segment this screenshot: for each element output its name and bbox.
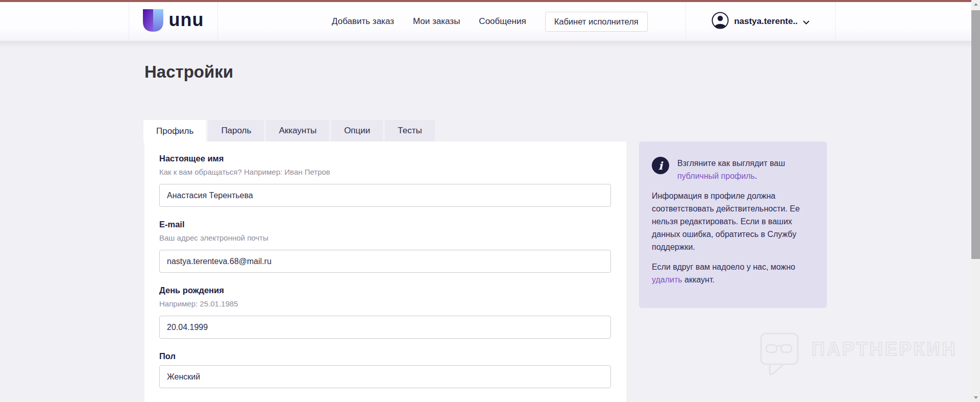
field-gender: Пол [159, 351, 626, 388]
scrollbar-thumb[interactable] [971, 10, 980, 259]
logo[interactable]: unu [129, 2, 218, 41]
scrollbar-down-button[interactable] [971, 393, 980, 402]
field-real-name: Настоящее имя Как к вам обращаться? Напр… [159, 154, 626, 207]
profile-form-card: Настоящее имя Как к вам обращаться? Напр… [144, 141, 626, 402]
executor-cabinet-button[interactable]: Кабинет исполнителя [545, 12, 648, 32]
nav-my-orders[interactable]: Мои заказы [413, 16, 460, 27]
birthday-label: День рождения [159, 286, 626, 295]
main-nav: Добавить заказ Мои заказы Сообщения Каби… [332, 2, 648, 41]
tab-profile[interactable]: Профиль [143, 120, 206, 143]
settings-tabs: Профиль Пароль Аккаунты Опции Тесты [143, 120, 435, 143]
gender-input[interactable] [159, 365, 611, 388]
scrollbar-up-button[interactable] [971, 0, 980, 9]
user-name: nastya.terente.. [734, 16, 798, 27]
real-name-label: Настоящее имя [159, 154, 626, 163]
info-intro: Взгляните как выглядит ваш публичный про… [677, 157, 805, 182]
nav-messages[interactable]: Сообщения [479, 16, 526, 27]
partnerkin-watermark: ПАРТНЕРКИН [760, 332, 957, 379]
field-email: E-mail Ваш адрес электронной почты [159, 220, 626, 273]
page-title: Настройки [144, 62, 233, 82]
field-birthday: День рождения Например: 25.01.1985 [159, 286, 626, 339]
unu-logo-icon [143, 9, 163, 34]
tab-accounts[interactable]: Аккаунты [266, 120, 329, 141]
chevron-down-icon [803, 17, 810, 27]
email-label: E-mail [159, 220, 626, 229]
watermark-text: ПАРТНЕРКИН [812, 339, 957, 360]
arrow-up-icon [974, 3, 978, 6]
delete-account-link[interactable]: удалить [652, 275, 682, 284]
tab-tests[interactable]: Тесты [385, 120, 434, 141]
info-paragraph-rules: Информация в профиле должна соответствов… [652, 190, 815, 253]
info-paragraph-delete: Если вдруг вам надоело у нас, можно удал… [652, 261, 815, 286]
user-avatar-icon [712, 12, 729, 31]
site-header: unu Добавить заказ Мои заказы Сообщения … [0, 2, 971, 41]
email-input[interactable] [159, 250, 611, 273]
scrollbar[interactable] [971, 0, 980, 402]
info-box-header: i Взгляните как выглядит ваш публичный п… [652, 157, 815, 182]
arrow-down-icon [974, 396, 978, 399]
user-menu[interactable]: nastya.terente.. [685, 2, 836, 41]
birthday-input[interactable] [159, 316, 611, 339]
birthday-hint: Например: 25.01.1985 [159, 299, 626, 308]
info-icon: i [652, 157, 669, 174]
info-box: i Взгляните как выглядит ваш публичный п… [639, 141, 827, 308]
speech-bubble-glasses-icon [760, 332, 800, 379]
settings-page: unu Добавить заказ Мои заказы Сообщения … [0, 0, 980, 402]
nav-add-order[interactable]: Добавить заказ [332, 16, 394, 27]
header-shadow [0, 41, 971, 48]
tab-password[interactable]: Пароль [208, 120, 264, 141]
logo-text: unu [169, 11, 204, 29]
gender-label: Пол [159, 351, 626, 361]
public-profile-link[interactable]: публичный профиль [677, 172, 755, 180]
tab-options[interactable]: Опции [331, 120, 383, 141]
email-hint: Ваш адрес электронной почты [159, 233, 626, 242]
real-name-input[interactable] [159, 184, 611, 207]
real-name-hint: Как к вам обращаться? Например: Иван Пет… [159, 168, 626, 176]
